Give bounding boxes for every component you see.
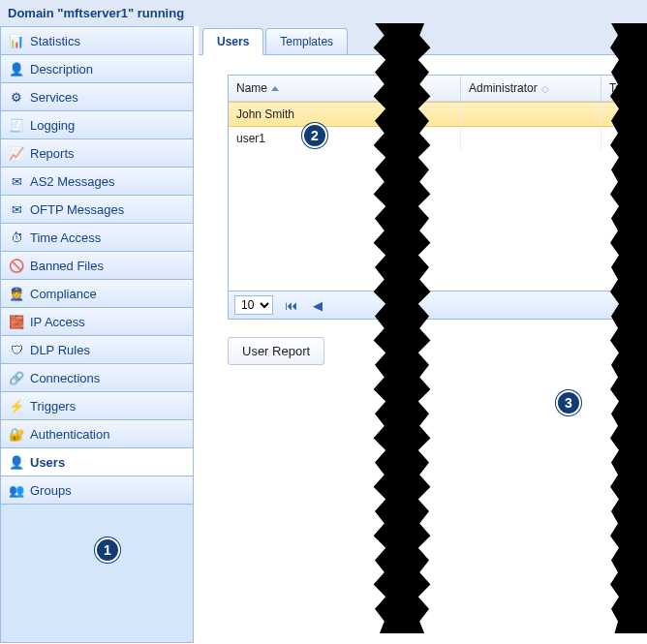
- mail-icon: ✉: [9, 173, 24, 189]
- column-header-administrator[interactable]: Administrator ◇: [461, 76, 601, 101]
- user-icon: 👤: [9, 454, 24, 470]
- grid-body: John Smith user1: [229, 102, 647, 291]
- sidebar-item-label: Banned Files: [30, 259, 104, 273]
- grid-footer: 10 ⏮ ◀: [229, 291, 647, 319]
- callout-badge-3: 3: [556, 390, 581, 415]
- cell-admin: [461, 127, 601, 150]
- compliance-icon: 👮: [9, 286, 24, 301]
- sidebar-item-dlp-rules[interactable]: 🛡 DLP Rules: [1, 336, 193, 364]
- sidebar-item-label: Groups: [30, 483, 72, 498]
- chart-icon: 📊: [9, 33, 24, 48]
- sidebar-item-ip-access[interactable]: 🧱 IP Access: [1, 308, 193, 336]
- sidebar-item-groups[interactable]: 👥 Groups: [1, 476, 193, 505]
- mail-icon: ✉: [9, 201, 24, 217]
- grid-header: Name Administrator ◇ Ta: [229, 76, 647, 102]
- page-size-select[interactable]: 10: [234, 295, 273, 315]
- sidebar-item-label: OFTP Messages: [30, 202, 124, 217]
- ban-icon: 🚫: [9, 258, 24, 273]
- tab-users[interactable]: Users: [202, 28, 263, 55]
- table-row[interactable]: John Smith: [229, 102, 647, 127]
- shield-icon: 🛡: [9, 342, 24, 357]
- tab-templates[interactable]: Templates: [265, 28, 348, 54]
- cell-admin: [461, 103, 601, 126]
- sidebar-item-label: IP Access: [30, 315, 85, 329]
- users-icon: 👥: [9, 482, 24, 498]
- sidebar-item-label: Users: [30, 455, 65, 470]
- sidebar-item-authentication[interactable]: 🔐 Authentication: [1, 420, 193, 448]
- sidebar-item-label: Services: [30, 90, 78, 105]
- column-label: Administrator: [469, 81, 538, 95]
- user-report-button[interactable]: User Report: [228, 337, 324, 365]
- sidebar-item-label: Description: [30, 62, 93, 77]
- sort-asc-icon: [271, 86, 279, 91]
- pager-first-icon[interactable]: ⏮: [281, 298, 301, 313]
- lightning-icon: ⚡: [9, 398, 24, 414]
- sidebar-item-oftp[interactable]: ✉ OFTP Messages: [1, 196, 193, 224]
- sidebar-item-as2[interactable]: ✉ AS2 Messages: [1, 168, 193, 196]
- report-icon: 📈: [9, 145, 24, 161]
- sidebar-item-label: AS2 Messages: [30, 174, 114, 189]
- sidebar-item-services[interactable]: ⚙ Services: [1, 83, 193, 111]
- sidebar-item-label: Connections: [30, 371, 100, 385]
- sidebar-item-label: Time Access: [30, 230, 101, 245]
- sidebar-item-statistics[interactable]: 📊 Statistics: [1, 27, 193, 55]
- sidebar-item-label: Compliance: [30, 287, 97, 301]
- pager-prev-icon[interactable]: ◀: [309, 298, 326, 313]
- firewall-icon: 🧱: [9, 314, 24, 329]
- column-label: Name: [236, 81, 267, 95]
- button-row: User Report Add Edit: [228, 337, 647, 365]
- table-row[interactable]: user1: [229, 127, 647, 150]
- sidebar-item-banned-files[interactable]: 🚫 Banned Files: [1, 252, 193, 280]
- sidebar-item-compliance[interactable]: 👮 Compliance: [1, 280, 193, 308]
- sidebar-item-description[interactable]: 👤 Description: [1, 55, 193, 83]
- sidebar-item-label: Triggers: [30, 399, 76, 414]
- sidebar-item-label: Authentication: [30, 427, 109, 442]
- sidebar-item-label: Reports: [30, 146, 75, 161]
- sidebar-item-label: Logging: [30, 118, 75, 133]
- callout-badge-2: 2: [302, 123, 327, 148]
- link-icon: 🔗: [9, 370, 24, 385]
- log-icon: 🧾: [9, 117, 24, 133]
- gear-icon: ⚙: [9, 89, 24, 105]
- sidebar-item-logging[interactable]: 🧾 Logging: [1, 111, 193, 139]
- users-grid: Name Administrator ◇ Ta John Smith: [228, 75, 647, 320]
- sidebar-item-connections[interactable]: 🔗 Connections: [1, 364, 193, 392]
- sidebar-item-time-access[interactable]: ⏱ Time Access: [1, 224, 193, 252]
- sidebar-item-label: DLP Rules: [30, 343, 90, 357]
- sidebar-item-reports[interactable]: 📈 Reports: [1, 139, 193, 168]
- callout-badge-1: 1: [95, 537, 120, 563]
- sidebar-item-users[interactable]: 👤 Users: [1, 448, 193, 476]
- sort-neutral-icon: ◇: [541, 83, 549, 94]
- panel-title: Domain "mftserver1" running: [0, 0, 647, 26]
- clock-icon: ⏱: [9, 230, 24, 245]
- sidebar-item-label: Statistics: [30, 34, 80, 48]
- lock-icon: 🔐: [9, 426, 24, 442]
- user-icon: 👤: [9, 61, 24, 77]
- sidebar-item-triggers[interactable]: ⚡ Triggers: [1, 392, 193, 420]
